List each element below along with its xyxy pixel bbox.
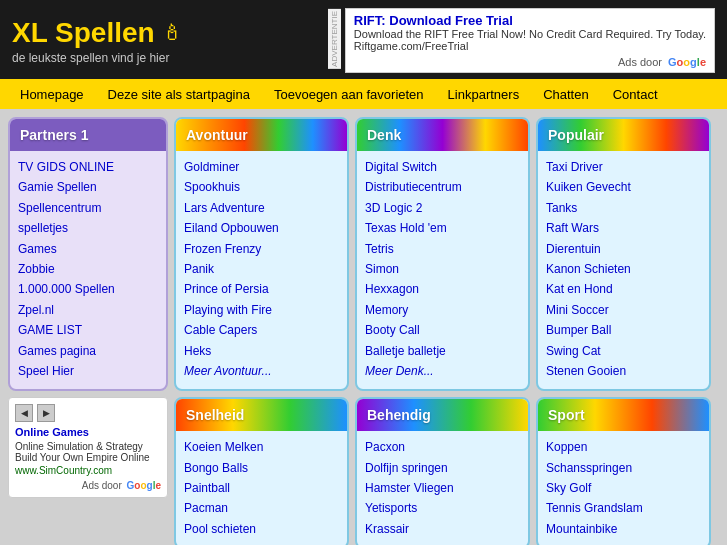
ad-small-google-logo: Google xyxy=(127,480,161,491)
nav-startpagina[interactable]: Deze site als startpagina xyxy=(96,81,262,108)
link-memory[interactable]: Memory xyxy=(365,300,520,320)
link-paintball[interactable]: Paintball xyxy=(184,478,339,498)
link-gamespagina[interactable]: Games pagina xyxy=(18,341,158,361)
partners-header: Partners 1 xyxy=(10,119,166,151)
link-distributie[interactable]: Distributiecentrum xyxy=(365,177,520,197)
link-booty[interactable]: Booty Call xyxy=(365,320,520,340)
link-hamster[interactable]: Hamster Vliegen xyxy=(365,478,520,498)
logo-icon: 🕯 xyxy=(161,20,183,46)
ad-banner: ADVERTENTIE RIFT: Download Free Trial Do… xyxy=(345,8,715,73)
link-katen[interactable]: Kat en Hond xyxy=(546,279,701,299)
link-3dlogic[interactable]: 3D Logic 2 xyxy=(365,198,520,218)
link-speelhier[interactable]: Speel Hier xyxy=(18,361,158,381)
link-meer-denk[interactable]: Meer Denk... xyxy=(365,361,520,381)
link-pacman[interactable]: Pacman xyxy=(184,498,339,518)
link-yeti[interactable]: Yetisports xyxy=(365,498,520,518)
link-tetris[interactable]: Tetris xyxy=(365,239,520,259)
link-pool[interactable]: Pool schieten xyxy=(184,519,339,539)
ad-title: RIFT: Download Free Trial xyxy=(354,13,706,28)
link-krassair[interactable]: Krassair xyxy=(365,519,520,539)
avontuur-header: Avontuur xyxy=(176,119,347,151)
link-zpel[interactable]: Zpel.nl xyxy=(18,300,158,320)
link-lars[interactable]: Lars Adventure xyxy=(184,198,339,218)
link-frozen[interactable]: Frozen Frenzy xyxy=(184,239,339,259)
link-playing[interactable]: Playing with Fire xyxy=(184,300,339,320)
nav-contact[interactable]: Contact xyxy=(601,81,670,108)
link-spellencentrum[interactable]: Spellencentrum xyxy=(18,198,158,218)
link-mountain[interactable]: Mountainbike xyxy=(546,519,701,539)
link-schans[interactable]: Schansspringen xyxy=(546,458,701,478)
col-partners: Partners 1 TV GIDS ONLINE Gamie Spellen … xyxy=(8,117,168,545)
link-meer-avontuur[interactable]: Meer Avontuur... xyxy=(184,361,339,381)
ads-google-label: Ads door Google xyxy=(354,56,706,68)
populair-card: Populair Taxi Driver Kuiken Gevecht Tank… xyxy=(536,117,711,391)
link-heks[interactable]: Heks xyxy=(184,341,339,361)
ad-small-text: Online Simulation & Strategy Build Your … xyxy=(15,441,161,463)
link-taxi[interactable]: Taxi Driver xyxy=(546,157,701,177)
link-stenen[interactable]: Stenen Gooien xyxy=(546,361,701,381)
avontuur-links: Goldminer Spookhuis Lars Adventure Eilan… xyxy=(176,157,347,381)
link-prince[interactable]: Prince of Persia xyxy=(184,279,339,299)
link-tanks[interactable]: Tanks xyxy=(546,198,701,218)
behendig-card: Behendig Pacxon Dolfijn springen Hamster… xyxy=(355,397,530,545)
ad-small-title: Online Games xyxy=(15,426,161,438)
ad-small-google: Ads door Google xyxy=(15,480,161,491)
snelheid-header: Snelheid xyxy=(176,399,347,431)
link-gamelist[interactable]: GAME LIST xyxy=(18,320,158,340)
link-minisoccer[interactable]: Mini Soccer xyxy=(546,300,701,320)
link-tvgids[interactable]: TV GIDS ONLINE xyxy=(18,157,158,177)
link-zobbie[interactable]: Zobbie xyxy=(18,259,158,279)
link-eiland[interactable]: Eiland Opbouwen xyxy=(184,218,339,238)
link-bumper[interactable]: Bumper Ball xyxy=(546,320,701,340)
link-kuiken[interactable]: Kuiken Gevecht xyxy=(546,177,701,197)
avontuur-card: Avontuur Goldminer Spookhuis Lars Advent… xyxy=(174,117,349,391)
link-texas[interactable]: Texas Hold 'em xyxy=(365,218,520,238)
small-ad: ◀ ▶ Online Games Online Simulation & Str… xyxy=(8,397,168,498)
denk-header: Denk xyxy=(357,119,528,151)
link-skygolf[interactable]: Sky Golf xyxy=(546,478,701,498)
link-spelletjes[interactable]: spelletjes xyxy=(18,218,158,238)
nav-linkpartners[interactable]: Linkpartners xyxy=(436,81,532,108)
nav-chatten[interactable]: Chatten xyxy=(531,81,601,108)
col-denk: Denk Digital Switch Distributiecentrum 3… xyxy=(355,117,530,545)
link-1000000[interactable]: 1.000.000 Spellen xyxy=(18,279,158,299)
link-koppen[interactable]: Koppen xyxy=(546,437,701,457)
link-swingcat[interactable]: Swing Cat xyxy=(546,341,701,361)
col-avontuur: Avontuur Goldminer Spookhuis Lars Advent… xyxy=(174,117,349,545)
link-koeien[interactable]: Koeien Melken xyxy=(184,437,339,457)
advertentie-label: ADVERTENTIE xyxy=(328,9,341,69)
play-icon: ◀ xyxy=(15,404,33,422)
link-tennis[interactable]: Tennis Grandslam xyxy=(546,498,701,518)
link-cable[interactable]: Cable Capers xyxy=(184,320,339,340)
link-bongo[interactable]: Bongo Balls xyxy=(184,458,339,478)
link-digital[interactable]: Digital Switch xyxy=(365,157,520,177)
ad-small-url[interactable]: www.SimCountry.com xyxy=(15,465,161,476)
snelheid-card: Snelheid Koeien Melken Bongo Balls Paint… xyxy=(174,397,349,545)
link-dierentuin[interactable]: Dierentuin xyxy=(546,239,701,259)
link-spookhuis[interactable]: Spookhuis xyxy=(184,177,339,197)
snelheid-links: Koeien Melken Bongo Balls Paintball Pacm… xyxy=(176,437,347,539)
populair-header: Populair xyxy=(538,119,709,151)
play-icon-2: ▶ xyxy=(37,404,55,422)
link-kanon[interactable]: Kanon Schieten xyxy=(546,259,701,279)
link-gamie[interactable]: Gamie Spellen xyxy=(18,177,158,197)
populair-links: Taxi Driver Kuiken Gevecht Tanks Raft Wa… xyxy=(538,157,709,381)
google-logo: Google xyxy=(668,56,706,68)
nav-favorieten[interactable]: Toevoegen aan favorieten xyxy=(262,81,436,108)
link-games[interactable]: Games xyxy=(18,239,158,259)
behendig-links: Pacxon Dolfijn springen Hamster Vliegen … xyxy=(357,437,528,539)
sport-card: Sport Koppen Schansspringen Sky Golf Ten… xyxy=(536,397,711,545)
ad-url: Riftgame.com/FreeTrial xyxy=(354,40,706,52)
link-balletje[interactable]: Balletje balletje xyxy=(365,341,520,361)
behendig-header: Behendig xyxy=(357,399,528,431)
link-dolfijn[interactable]: Dolfijn springen xyxy=(365,458,520,478)
link-pacxon[interactable]: Pacxon xyxy=(365,437,520,457)
link-simon[interactable]: Simon xyxy=(365,259,520,279)
link-panik[interactable]: Panik xyxy=(184,259,339,279)
link-hexxagon[interactable]: Hexxagon xyxy=(365,279,520,299)
nav-homepage[interactable]: Homepage xyxy=(8,81,96,108)
header: XL Spellen 🕯 de leukste spellen vind je … xyxy=(0,0,727,79)
partners-card: Partners 1 TV GIDS ONLINE Gamie Spellen … xyxy=(8,117,168,391)
link-raft[interactable]: Raft Wars xyxy=(546,218,701,238)
link-goldminer[interactable]: Goldminer xyxy=(184,157,339,177)
